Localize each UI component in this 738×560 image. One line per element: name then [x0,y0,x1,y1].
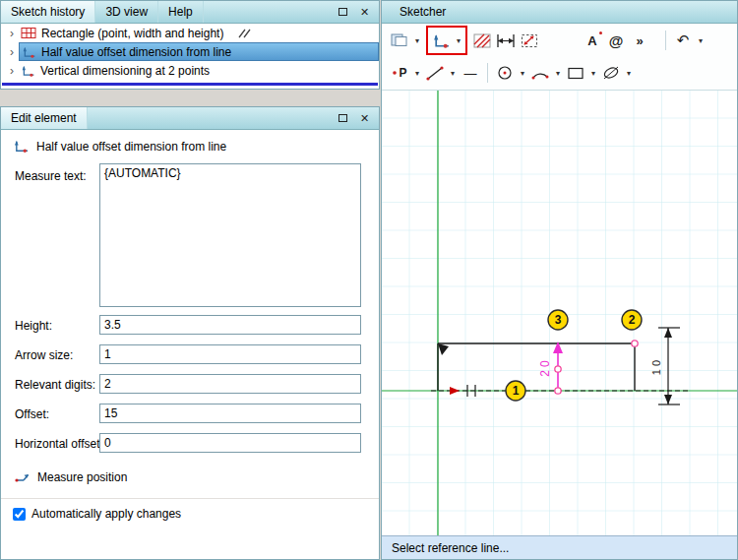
rectangle-tool-button[interactable] [564,61,587,85]
text-tool-button[interactable]: A [581,29,604,52]
toolbar-row-1: ▾ ▾ A @ » ↶ [382,25,737,56]
maximize-icon [338,114,347,122]
sketcher-toolbar: ▾ ▾ A @ » ↶ [382,24,737,91]
svg-text:20: 20 [538,357,552,376]
hatch-tool-button[interactable] [470,29,494,52]
horizontal-dimension-tool-button[interactable] [494,29,518,52]
stretch-tool-button[interactable] [518,29,541,52]
balloon-1: 1 [506,381,525,401]
offset-dimension-tool-button[interactable] [429,29,453,52]
line-tool-dropdown[interactable]: ▾ [447,61,459,85]
dimension-icon [22,45,36,59]
element-header: Half value offset dimension from line [13,139,226,154]
offset-label: Offset: [15,407,49,421]
history-item-offset-dimension[interactable]: › Half value offset dimension from line [1,42,379,61]
circle-tool-dropdown[interactable]: ▾ [517,61,528,85]
element-name: Half value offset dimension from line [36,140,226,154]
active-tool-highlight: ▾ [426,26,467,55]
point-tool-glyph: P [399,66,406,80]
status-text: Select reference line... [392,541,509,555]
ellipse-tool-dropdown[interactable]: ▾ [623,61,635,85]
annotation-tool-button[interactable]: @ [604,29,628,52]
tab-edit-element[interactable]: Edit element [1,107,88,129]
point-tool-dropdown[interactable]: ▾ [411,61,423,85]
close-button[interactable]: ✕ [356,110,373,126]
dimension-icon [13,139,30,154]
row-body-selected: Half value offset dimension from line [19,42,379,61]
circle-tool-button[interactable] [493,61,517,85]
balloon-3: 3 [548,310,568,330]
arrow-size-label: Arrow size: [15,348,73,362]
expander-icon[interactable]: › [5,64,19,78]
tab-sketch-history[interactable]: Sketch history [1,1,95,23]
maximize-button[interactable] [335,4,351,20]
measure-position-icon [15,471,31,483]
divider [1,498,379,499]
history-item-label: Rectangle (point, width and height) [41,27,223,40]
undo-dropdown[interactable]: ▾ [695,29,707,52]
svg-text:2: 2 [629,313,636,327]
undo-button[interactable]: ↶ [671,29,695,52]
edit-element-body: Half value offset dimension from line Me… [1,130,379,560]
horizontal-offset-input[interactable] [99,433,361,453]
measure-position-button[interactable]: Measure position [15,470,127,484]
dimension-icon [21,64,35,78]
auto-apply-label: Automatically apply changes [31,507,181,521]
horizontal-offset-label: Horizontal offset: [15,437,103,451]
maximize-icon [338,8,347,16]
auto-apply-checkbox[interactable] [13,508,26,521]
arc-tool-button[interactable] [528,61,552,85]
drawing-reference-dropdown[interactable]: ▾ [411,29,423,52]
tab-help[interactable]: Help [158,1,204,23]
sketch-history-window: Sketch history 3D view Help ✕ › Rectangl… [0,0,380,90]
text-tool-mark-icon [599,31,602,34]
svg-text:10: 10 [650,357,662,375]
measure-text-input[interactable]: {AUTOMATIC} [99,163,361,307]
relevant-digits-label: Relevant digits: [15,378,95,392]
text-tool-glyph: A [587,33,596,48]
window-controls: ✕ [335,1,379,23]
history-item-label: Half value offset dimension from line [41,45,231,59]
more-tools-button[interactable]: » [628,29,651,52]
edit-element-window: Edit element ✕ Half value offset dimensi… [0,106,380,560]
offset-dimension-tool-dropdown[interactable]: ▾ [453,29,464,52]
row-body: Vertical dimensioning at 2 points [19,61,379,80]
sketcher-titlebar: Sketcher [382,1,737,24]
sketcher-title-label: Sketcher [400,5,446,19]
history-item-label: Vertical dimensioning at 2 points [40,64,210,78]
sketch-history-titlebar: Sketch history 3D view Help ✕ [1,1,379,24]
line-tool-button[interactable] [423,61,447,85]
height-input[interactable] [99,315,361,335]
history-item-vertical-dimension[interactable]: › Vertical dimensioning at 2 points [1,61,379,80]
relevant-digits-input[interactable] [99,374,361,394]
height-label: Height: [15,319,52,333]
history-item-rectangle[interactable]: › Rectangle (point, width and height) [1,24,379,42]
arrow-size-input[interactable] [99,344,361,364]
expander-icon[interactable]: › [5,27,19,40]
toolbar-row-2: P ▾ ▾ — ▾ ▾ ▾ ▾ [382,57,737,89]
sketch-canvas[interactable]: 20 10 1 [382,91,737,537]
point-tool-button[interactable]: P [388,61,411,85]
rectangle-tool-dropdown[interactable]: ▾ [587,61,599,85]
single-line-tool-button[interactable]: — [459,61,482,85]
status-bar: Select reference line... [382,535,737,559]
toolbar-separator [665,31,666,50]
measure-position-label: Measure position [37,470,127,484]
svg-text:3: 3 [555,313,562,327]
rectangle-icon [21,27,36,39]
ellipse-tool-button[interactable] [599,61,623,85]
maximize-button[interactable] [335,110,351,126]
row-body: Rectangle (point, width and height) [19,24,379,42]
point-dot-icon [392,70,398,76]
expander-icon[interactable]: › [5,45,19,59]
drawing-reference-button[interactable] [388,29,411,52]
close-button[interactable]: ✕ [356,4,373,20]
splitter-bar[interactable] [2,83,378,86]
tab-label: Help [168,5,193,19]
offset-input[interactable] [99,404,361,423]
toolbar-separator [487,63,488,83]
svg-text:1: 1 [513,384,520,398]
balloon-2: 2 [622,310,642,330]
arc-tool-dropdown[interactable]: ▾ [552,61,564,85]
tab-3d-view[interactable]: 3D view [95,1,158,23]
